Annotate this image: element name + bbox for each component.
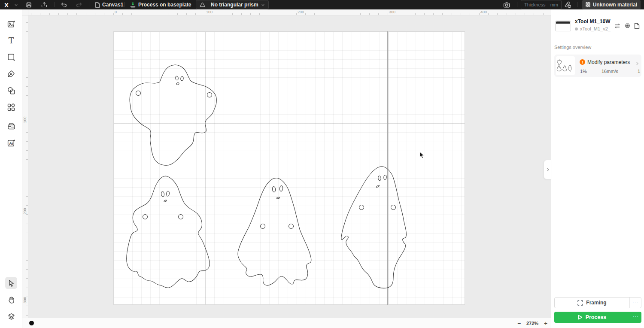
- device-settings-icon[interactable]: [624, 23, 631, 31]
- vector-pen-tool[interactable]: [5, 68, 17, 80]
- device-firmware-row: xTool_M1_v2_: [575, 26, 611, 31]
- export-icon[interactable]: [41, 0, 48, 9]
- prism-icon: [200, 2, 205, 7]
- panel-divider: [551, 41, 644, 41]
- camera-icon[interactable]: [503, 0, 510, 9]
- framing-more-button[interactable]: ···: [629, 298, 641, 308]
- ghost-outline-1[interactable]: [130, 65, 216, 165]
- ruler-corner: [22, 9, 28, 15]
- canvas-file-icon: [94, 0, 100, 9]
- param-speed: 16mm/s: [601, 69, 618, 74]
- device-firmware: xTool_M1_v2_: [580, 26, 611, 31]
- prism-selected-value: No triangular prism: [211, 2, 258, 8]
- ruler-vertical: 100 200 300: [22, 15, 28, 318]
- chevron-right-icon: [636, 60, 639, 67]
- ai-image-tool[interactable]: Ai: [5, 137, 17, 149]
- param-power: 1%: [580, 69, 587, 74]
- device-file-icon[interactable]: [634, 23, 640, 31]
- process-more-button[interactable]: ···: [630, 312, 641, 323]
- thickness-input[interactable]: Thickness mm: [521, 0, 562, 9]
- top-menubar: X Canvas1 Process on baseplate No triang…: [0, 0, 644, 9]
- zoom-out-button[interactable]: −: [515, 318, 523, 328]
- materials-library-tool[interactable]: [5, 120, 17, 132]
- auto-measure-icon[interactable]: [564, 0, 571, 9]
- warning-icon: !: [580, 59, 585, 65]
- process-button-group: Process ···: [554, 312, 641, 323]
- layer-thumbnail: [556, 56, 575, 75]
- redo-icon: [76, 0, 82, 9]
- mouse-cursor: [419, 151, 425, 159]
- material-swatch-icon: [586, 2, 590, 7]
- prism-dropdown[interactable]: No triangular prism: [196, 0, 269, 9]
- device-thumbnail: [555, 21, 571, 31]
- shape-tool[interactable]: [5, 51, 17, 63]
- select-tool[interactable]: [5, 277, 17, 289]
- material-name: Unknown material: [593, 2, 637, 8]
- logo-chevron-down-icon[interactable]: [14, 0, 18, 9]
- layers-tool[interactable]: [5, 310, 17, 322]
- text-tool[interactable]: T: [5, 34, 17, 46]
- ghost-outline-4[interactable]: [341, 167, 407, 288]
- material-selector-button[interactable]: Unknown material: [582, 0, 641, 9]
- play-icon: [578, 315, 583, 320]
- right-panel: xTool M1_10W xTool_M1_v2_ Settings overv…: [551, 9, 644, 328]
- stroke-color-dot[interactable]: [29, 321, 34, 325]
- apps-elements-tool[interactable]: [5, 101, 17, 113]
- param-passes: 1: [638, 69, 640, 74]
- prism-chevron-down-icon: [261, 3, 265, 7]
- framing-button-group: Framing ···: [554, 297, 641, 308]
- app-logo[interactable]: X: [4, 0, 9, 9]
- process-on-baseplate-label[interactable]: Process on baseplate: [138, 0, 191, 9]
- svg-text:Ai: Ai: [9, 141, 13, 146]
- thickness-unit: mm: [550, 2, 558, 7]
- ghost-outline-3[interactable]: [238, 178, 311, 285]
- baseplate-icon: [129, 0, 137, 9]
- settings-overview-card[interactable]: ! Modify parameters 1% 16mm/s 1: [554, 55, 641, 77]
- ruler-horizontal: 0 100 200 300 400: [28, 9, 551, 15]
- framing-button[interactable]: Framing: [555, 298, 629, 308]
- settings-overview-title: Settings overview: [554, 45, 591, 50]
- chevron-right-icon: [546, 167, 550, 172]
- framing-icon: [577, 300, 583, 306]
- undo-icon[interactable]: [61, 0, 67, 9]
- canvas-viewport[interactable]: [28, 15, 551, 318]
- thickness-placeholder: Thickness: [524, 2, 546, 7]
- ghost-outline-2[interactable]: [127, 176, 210, 288]
- combine-shapes-tool[interactable]: [5, 85, 17, 97]
- panel-collapse-handle[interactable]: [544, 160, 551, 179]
- insert-image-tool[interactable]: [5, 18, 17, 30]
- design-objects-layer: [113, 31, 465, 305]
- left-toolbar: T Ai: [0, 9, 22, 328]
- switch-device-icon[interactable]: [614, 23, 621, 30]
- zoom-level[interactable]: 272%: [523, 318, 541, 328]
- save-icon[interactable]: [26, 0, 32, 9]
- modify-parameters-link[interactable]: Modify parameters: [587, 59, 630, 65]
- zoom-in-button[interactable]: +: [541, 318, 550, 328]
- tab-canvas1[interactable]: Canvas1: [102, 0, 123, 9]
- hand-pan-tool[interactable]: [5, 294, 17, 306]
- device-name: xTool M1_10W: [575, 18, 610, 24]
- process-button[interactable]: Process: [554, 312, 630, 323]
- status-bar: − 272% +: [22, 318, 551, 328]
- device-status-dot: [575, 27, 578, 30]
